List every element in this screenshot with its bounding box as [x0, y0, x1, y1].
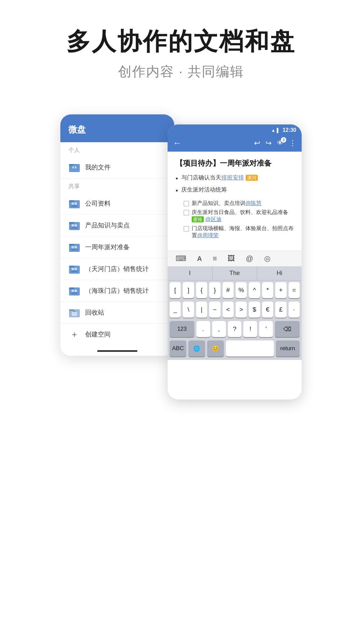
svg-point-14 [71, 224, 74, 227]
list-item[interactable]: （海珠门店）销售统计 [60, 280, 174, 302]
company-folder-icon [68, 198, 80, 210]
section-personal: 个人 [60, 142, 174, 157]
keyboard-row-4: ABC 🌐 😊 return [168, 339, 302, 360]
highlight-mige: 蜜格 [192, 216, 204, 222]
list-item[interactable]: 回收站 [60, 302, 174, 324]
svg-point-28 [71, 270, 74, 272]
keyboard-icon[interactable]: ⌨ [176, 254, 186, 263]
suggestion-hi[interactable]: Hi [257, 266, 302, 280]
haizhu-folder-icon [68, 285, 80, 297]
suggestion-i[interactable]: I [168, 266, 213, 280]
svg-point-27 [74, 268, 77, 270]
svg-rect-13 [69, 222, 74, 224]
key-period[interactable]: . [196, 321, 210, 337]
hero-section: 多人协作的文档和盘 创作内容 · 共同编辑 [66, 27, 296, 81]
key-underscore[interactable]: _ [170, 302, 181, 318]
key-plus[interactable]: + [275, 282, 286, 298]
undo-button[interactable]: ↩ [254, 139, 260, 148]
sub-item-2: 庆生派对当日食品、饮料、欢迎礼品准备 蜜格 @区迪 [184, 209, 294, 223]
list-item[interactable]: （天河门店）销售统计 [60, 258, 174, 280]
status-bar: ▲ ▌ 12:30 [168, 124, 302, 135]
key-question[interactable]: ? [228, 321, 242, 337]
svg-point-15 [74, 224, 77, 227]
key-delete[interactable]: ⌫ [275, 321, 300, 337]
share-icon[interactable]: ◎ [264, 254, 270, 263]
keyboard-row-2: _ \ | ~ < > $ € £ · [168, 300, 302, 319]
left-phone-header: 微盘 [60, 114, 174, 142]
key-open-bracket[interactable]: [ [170, 282, 181, 298]
keyboard-area: I The Hi [ ] { } # % ^ * + = _ \ | [168, 266, 302, 360]
list-item[interactable]: 一周年派对准备 [60, 236, 174, 258]
key-less-than[interactable]: < [223, 302, 234, 318]
viewers-button[interactable]: 👁 3 [277, 139, 284, 147]
svg-point-29 [74, 270, 77, 272]
hero-title: 多人协作的文档和盘 [66, 27, 296, 56]
key-pipe[interactable]: | [196, 302, 207, 318]
key-percent[interactable]: % [236, 282, 247, 298]
key-caret[interactable]: ^ [249, 282, 260, 298]
checkbox-3[interactable] [184, 226, 189, 231]
more-button[interactable]: ⋮ [289, 139, 296, 148]
sub-item-1: 新产品知识、卖点培训@陈慧 [184, 200, 294, 207]
image-icon[interactable]: 🖼 [228, 254, 235, 263]
key-euro[interactable]: € [262, 302, 273, 318]
doc-content: 【项目待办】一周年派对准备 • 与门店确认当天排班安排 康河 • 庆生派对活动统… [168, 152, 302, 251]
key-return[interactable]: return [276, 340, 300, 357]
at-icon[interactable]: @ [246, 254, 253, 263]
mention-qudi: @区迪 [205, 216, 221, 222]
section-shared: 共享 [60, 178, 174, 193]
key-asterisk[interactable]: * [262, 282, 273, 298]
key-emoji[interactable]: 😊 [207, 340, 224, 357]
checkbox-2[interactable] [184, 210, 189, 215]
key-pound[interactable]: £ [275, 302, 286, 318]
phones-container: 微盘 个人 我的文件 共享 [60, 114, 302, 399]
svg-rect-31 [69, 287, 74, 289]
svg-point-21 [74, 246, 77, 249]
key-exclaim[interactable]: ! [243, 321, 257, 337]
anniversary-files-label: 一周年派对准备 [85, 243, 130, 252]
list-icon[interactable]: ≡ [213, 254, 217, 263]
key-open-brace[interactable]: { [196, 282, 207, 298]
suggestion-the[interactable]: The [213, 266, 257, 280]
key-abc[interactable]: ABC [170, 340, 186, 357]
key-space[interactable] [226, 340, 274, 357]
key-hash[interactable]: # [223, 282, 234, 298]
create-space-item[interactable]: + 创建空间 [60, 324, 174, 345]
anniversary-folder-icon [68, 241, 80, 253]
keyboard-suggestions: I The Hi [168, 266, 302, 280]
key-comma[interactable]: , [212, 321, 226, 337]
key-123[interactable]: 123 [170, 321, 194, 337]
key-globe[interactable]: 🌐 [188, 340, 205, 357]
back-button[interactable]: ← [173, 138, 182, 148]
font-icon[interactable]: A [197, 255, 202, 263]
svg-point-11 [74, 205, 77, 207]
svg-rect-38 [72, 312, 77, 316]
key-equals[interactable]: = [289, 282, 300, 298]
list-item[interactable]: 我的文件 [60, 157, 174, 178]
list-item[interactable]: 公司资料 [60, 193, 174, 215]
bullet-text-2: 庆生派对活动统筹 [181, 186, 227, 194]
company-files-label: 公司资料 [85, 199, 111, 208]
sub-list: 新产品知识、卖点培训@陈慧 庆生派对当日食品、饮料、欢迎礼品准备 蜜格 @区迪 … [184, 199, 294, 241]
key-close-bracket[interactable]: ] [183, 282, 194, 298]
doc-navbar: ← ↩ ↪ 👁 3 ⋮ [168, 135, 302, 152]
key-greater-than[interactable]: > [236, 302, 247, 318]
list-item[interactable]: 产品知识与卖点 [60, 215, 174, 236]
checkbox-1[interactable] [184, 201, 189, 206]
mention-chenhui: @陈慧 [245, 200, 261, 206]
key-dot[interactable]: · [289, 302, 300, 318]
sub-item-text-3: 门店现场横幅、海报、体验展台、拍照点布置@周瑾荣 [192, 225, 294, 239]
svg-point-35 [74, 292, 77, 294]
key-dollar[interactable]: $ [249, 302, 260, 318]
bullet-list: • 与门店确认当天排班安排 康河 • 庆生派对活动统筹 [176, 174, 294, 241]
key-apostrophe[interactable]: ' [259, 321, 273, 337]
key-close-brace[interactable]: } [209, 282, 220, 298]
key-backslash[interactable]: \ [183, 302, 194, 318]
haizhu-files-label: （海珠门店）销售统计 [85, 286, 149, 295]
key-tilde[interactable]: ~ [209, 302, 220, 318]
svg-point-26 [71, 268, 74, 270]
phone-left: 微盘 个人 我的文件 共享 [60, 114, 174, 356]
redo-button[interactable]: ↪ [265, 139, 272, 148]
svg-rect-25 [69, 266, 74, 267]
mention-zhujinrong: @周瑾荣 [197, 232, 219, 238]
